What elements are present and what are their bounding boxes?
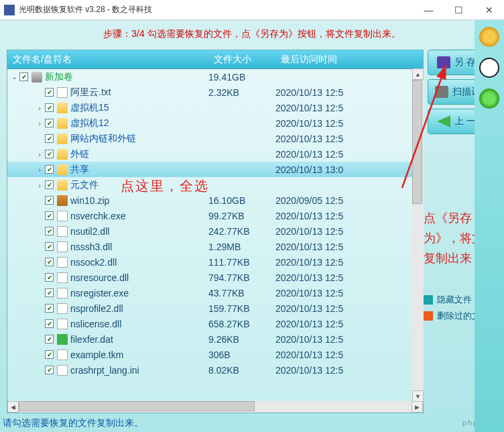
maximize-button[interactable]: ☐ — [444, 0, 474, 19]
table-row[interactable]: nsregister.exe43.77KB2020/10/13 12:5 — [7, 285, 423, 301]
table-row[interactable]: 网站内链和外链2020/10/13 12:5 — [7, 131, 423, 146]
camera-icon — [435, 86, 448, 98]
drive-icon — [32, 72, 42, 83]
table-row[interactable]: ›虚拟机152020/10/13 12:5 — [7, 100, 423, 115]
column-header-size[interactable]: 文件大小 — [208, 54, 275, 66]
checkbox[interactable] — [45, 119, 54, 127]
dll-icon — [57, 272, 68, 283]
dat-icon — [57, 334, 68, 345]
scroll-thumb-h[interactable] — [19, 401, 255, 411]
expand-icon[interactable]: ⌄ — [10, 72, 18, 81]
checkbox[interactable] — [45, 258, 54, 266]
legend-swatch-hidden — [424, 295, 433, 305]
checkbox[interactable] — [45, 103, 54, 112]
table-row[interactable]: crashrpt_lang.ini8.02KB2020/10/13 12:5 — [7, 362, 423, 378]
file-name: nsprofile2.dll — [70, 303, 123, 314]
scroll-down-icon[interactable]: ▼ — [412, 390, 424, 402]
scroll-right-icon[interactable]: ▶ — [412, 401, 423, 413]
table-row[interactable]: nssock2.dll111.77KB2020/10/13 12:5 — [7, 254, 423, 270]
table-row[interactable]: nsssh3.dll1.29MB2020/10/13 12:5 — [7, 239, 423, 254]
tree-header: 文件名/盘符名 文件大小 最后访问时间 — [7, 50, 423, 69]
table-row[interactable]: ›虚拟机122020/10/13 12:5 — [7, 115, 423, 131]
file-name: crashrpt_lang.ini — [70, 365, 139, 376]
file-name: 网站内链和外链 — [70, 133, 136, 145]
file-size: 159.77KB — [208, 303, 275, 314]
right-toolbar — [475, 20, 504, 432]
file-time: 2020/10/13 12:5 — [275, 288, 423, 299]
file-size: 9.26KB — [208, 334, 275, 345]
scroll-up-icon[interactable]: ▲ — [412, 68, 424, 80]
table-row[interactable]: nslicense.dll658.27KB2020/10/13 12:5 — [7, 316, 423, 331]
exe-icon — [57, 211, 68, 221]
table-row[interactable]: ›共享2020/10/13 13:0 — [7, 162, 423, 177]
expand-icon[interactable]: › — [36, 119, 44, 127]
file-size: 16.10GB — [208, 195, 275, 206]
table-row[interactable]: ›外链2020/10/13 12:5 — [7, 146, 423, 162]
file-name: 阿里云.txt — [70, 87, 111, 99]
file-size: 8.02KB — [208, 365, 275, 376]
qq-icon[interactable] — [479, 58, 499, 78]
file-time: 2020/10/13 12:5 — [275, 257, 423, 268]
expand-icon[interactable]: › — [36, 150, 44, 158]
column-header-time[interactable]: 最后访问时间 — [275, 54, 423, 66]
expand-icon[interactable]: › — [36, 166, 44, 174]
help-icon[interactable] — [479, 89, 499, 109]
vertical-scrollbar[interactable]: ▲ ▼ — [412, 68, 424, 402]
dll-icon — [57, 257, 68, 268]
file-time: 2020/10/13 12:5 — [275, 319, 423, 329]
table-row[interactable]: nsverchk.exe99.27KB2020/10/13 12:5 — [7, 208, 423, 223]
scroll-thumb[interactable] — [412, 80, 422, 204]
table-row[interactable]: nsresource.dll794.77KB2020/10/13 12:5 — [7, 270, 423, 285]
root-size: 19.41GB — [208, 72, 275, 83]
close-button[interactable]: ✕ — [474, 0, 504, 19]
checkbox[interactable] — [45, 242, 54, 251]
minimize-button[interactable]: — — [414, 0, 444, 19]
checkbox[interactable] — [19, 72, 28, 81]
checkbox[interactable] — [45, 335, 54, 343]
tree-root-row[interactable]: ⌄ 新加卷 19.41GB — [7, 69, 423, 85]
file-size: 658.27KB — [208, 319, 275, 329]
checkbox[interactable] — [45, 366, 54, 374]
checkbox[interactable] — [45, 88, 54, 97]
table-row[interactable]: filexfer.dat9.26KB2020/10/13 12:5 — [7, 331, 423, 347]
settings-icon[interactable] — [479, 27, 499, 47]
file-name: nsregister.exe — [70, 288, 129, 299]
tree-body: ⌄ 新加卷 19.41GB 阿里云.txt2.32KB2020/10/13 12… — [7, 69, 423, 401]
file-name: nsutil2.dll — [70, 226, 109, 237]
file-time: 2020/10/13 12:5 — [275, 226, 423, 237]
dll-icon — [57, 303, 68, 314]
checkbox[interactable] — [45, 304, 54, 313]
checkbox[interactable] — [45, 288, 54, 297]
save-icon — [437, 56, 450, 68]
expand-icon[interactable]: › — [36, 104, 44, 112]
legend-swatch-deleted — [424, 311, 433, 321]
expand-icon[interactable]: › — [36, 181, 44, 189]
table-row[interactable]: example.tkm306B2020/10/13 12:5 — [7, 347, 423, 362]
checkbox[interactable] — [45, 165, 54, 174]
scroll-left-icon[interactable]: ◀ — [7, 401, 19, 413]
dll-icon — [57, 319, 68, 329]
table-row[interactable]: 阿里云.txt2.32KB2020/10/13 12:5 — [7, 85, 423, 100]
checkbox[interactable] — [45, 350, 54, 359]
table-row[interactable]: win10.zip16.10GB2020/09/05 12:5 — [7, 193, 423, 208]
checkbox[interactable] — [45, 180, 54, 189]
file-time: 2020/10/13 12:5 — [275, 103, 423, 113]
checkbox[interactable] — [45, 211, 54, 220]
checkbox[interactable] — [45, 150, 54, 158]
checkbox[interactable] — [45, 227, 54, 235]
window-title: 光明数据恢复软件 v3.28 - 数之寻科技 — [19, 4, 414, 15]
folder-icon — [57, 103, 68, 113]
table-row[interactable]: ›元文件 — [7, 177, 423, 193]
horizontal-scrollbar[interactable]: ◀ ▶ — [7, 401, 423, 413]
checkbox[interactable] — [45, 319, 54, 328]
file-name: 元文件 — [70, 179, 99, 191]
file-name: 虚拟机15 — [70, 102, 109, 114]
checkbox[interactable] — [45, 134, 54, 143]
table-row[interactable]: nsprofile2.dll159.77KB2020/10/13 12:5 — [7, 301, 423, 316]
checkbox[interactable] — [45, 196, 54, 205]
checkbox[interactable] — [45, 273, 54, 282]
table-row[interactable]: nsutil2.dll242.77KB2020/10/13 12:5 — [7, 223, 423, 239]
column-header-name[interactable]: 文件名/盘符名 — [7, 54, 208, 66]
folder-icon — [57, 118, 68, 129]
folder-icon — [57, 133, 68, 144]
